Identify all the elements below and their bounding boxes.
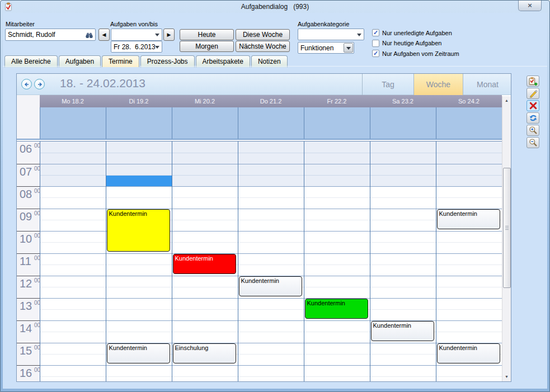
chevron-down-icon[interactable] <box>357 34 361 36</box>
aufgabenkategorie-label: Aufgabenkategorie <box>298 21 349 27</box>
mitarbeiter-label: Mitarbeiter <box>6 21 35 27</box>
next-week-button[interactable] <box>34 79 45 89</box>
mitarbeiter-value: Schmidt, Rudolf <box>8 31 55 39</box>
date-to-value: Fr 28. 6.2013 <box>114 43 156 51</box>
time-grid: 0600070008000900100011001200130014001500… <box>17 141 502 382</box>
tab-notizen[interactable]: Notizen <box>251 55 288 67</box>
funktionen-value: Funktionen <box>300 44 333 52</box>
side-toolbar <box>527 75 539 148</box>
scroll-down-icon[interactable]: ▼ <box>502 372 511 381</box>
arrow-right-icon <box>35 80 44 89</box>
heute-button[interactable]: Heute <box>180 29 234 40</box>
gutter-spacer <box>17 95 40 107</box>
edit-pencil-icon <box>529 89 538 98</box>
edit-appointment-button[interactable] <box>527 88 539 99</box>
morgen-button[interactable]: Morgen <box>180 41 234 52</box>
add-appointment-icon <box>528 77 538 86</box>
date-range-title: 18. - 24.02.2013 <box>60 77 145 90</box>
prev-week-button[interactable] <box>21 79 32 89</box>
tab-termine[interactable]: Termine <box>102 55 139 67</box>
view-monat-button[interactable]: Monat <box>463 74 511 95</box>
section-tabs: Alle Bereiche Aufgaben Termine Prozess-J… <box>4 55 289 67</box>
refresh-icon <box>529 114 538 122</box>
view-tag-button[interactable]: Tag <box>362 74 413 95</box>
mitarbeiter-input[interactable]: Schmidt, Rudolf <box>5 29 96 41</box>
diese-woche-button[interactable]: Diese Woche <box>236 29 290 40</box>
appointment[interactable]: Kundentermin <box>437 209 500 229</box>
aufgabendialog-window: Aufgabendialog (993) × Mitarbeiter Schmi… <box>0 0 550 392</box>
date-to-combobox[interactable]: Fr 28. 6.2013 <box>111 41 162 53</box>
allday-cell[interactable] <box>436 107 502 139</box>
appointment[interactable]: Kundentermin <box>437 343 500 363</box>
appointment[interactable]: Kundentermin <box>305 299 368 319</box>
scrollbar-thumb[interactable] <box>503 168 511 288</box>
tab-alle-bereiche[interactable]: Alle Bereiche <box>4 55 58 67</box>
delete-appointment-button[interactable] <box>527 100 539 111</box>
day-header-cell: Mi 20.2 <box>172 95 238 107</box>
zoom-in-button[interactable] <box>527 125 539 136</box>
day-header-cell: So 24.2 <box>436 95 502 107</box>
dropdown-button-icon[interactable] <box>344 43 353 53</box>
day-header-cell: Do 21.2 <box>238 95 304 107</box>
close-button[interactable]: × <box>518 1 542 11</box>
scroll-up-icon[interactable]: ▲ <box>502 96 511 105</box>
zoom-out-button[interactable] <box>527 137 539 148</box>
tab-aufgaben[interactable]: Aufgaben <box>59 55 101 67</box>
titlebar[interactable]: Aufgabendialog (993) × <box>1 1 549 13</box>
day-header-cell: Di 19.2 <box>106 95 172 107</box>
filter-checkbox-row[interactable]: ✓Nur Aufgaben vom Zeitraum <box>372 50 459 57</box>
appointment[interactable]: Kundentermin <box>107 343 170 363</box>
tab-prozess-jobs[interactable]: Prozess-Jobs <box>140 55 195 67</box>
checkbox-unchecked-icon[interactable] <box>372 40 379 47</box>
zoom-in-icon <box>529 126 538 135</box>
checkbox-checked-icon[interactable]: ✓ <box>372 29 379 36</box>
checkbox-label: Nur Aufgaben vom Zeitraum <box>382 50 459 57</box>
selected-time-slot[interactable] <box>106 176 172 186</box>
zoom-out-icon <box>529 138 538 147</box>
date-next-button[interactable]: ▶ <box>163 29 175 41</box>
allday-cell[interactable] <box>40 107 106 139</box>
appointment[interactable]: Kundentermin <box>239 276 302 296</box>
view-woche-button[interactable]: Woche <box>413 74 463 95</box>
refresh-button[interactable] <box>527 112 539 124</box>
chevron-down-icon[interactable] <box>155 46 159 49</box>
vertical-scrollbar[interactable]: ▲ ▼ <box>502 96 511 381</box>
appointments-overlay: KundenterminKundenterminKundenterminKund… <box>17 141 502 382</box>
chevron-down-icon[interactable] <box>155 34 159 36</box>
appointment[interactable]: Einschulung <box>173 343 236 363</box>
funktionen-combobox[interactable]: Funktionen <box>298 42 354 54</box>
allday-cell[interactable] <box>304 107 370 139</box>
filter-checkbox-row[interactable]: ✓Nur unerledigte Aufgaben <box>372 29 452 36</box>
allday-cell[interactable] <box>106 107 172 139</box>
checkbox-label: Nur unerledigte Aufgaben <box>382 30 452 36</box>
day-header-cell: Mo 18.2 <box>40 95 106 107</box>
appointment[interactable]: Kundentermin <box>107 209 170 252</box>
scrollbar-grip <box>505 226 509 230</box>
appointment[interactable]: Kundentermin <box>371 321 434 341</box>
checkbox-label: Nur heutige Aufgaben <box>382 40 441 46</box>
search-binoculars-icon[interactable] <box>85 31 93 39</box>
week-calendar: 18. - 24.02.2013 Tag Woche Monat Mo 18.2… <box>16 73 511 382</box>
day-header-cell: Fr 22.2 <box>304 95 370 107</box>
day-header-row: Mo 18.2Di 19.2Mi 20.2Do 21.2Fr 22.2Sa 23… <box>17 95 502 107</box>
allday-cell[interactable] <box>172 107 238 139</box>
filter-checkbox-row[interactable]: Nur heutige Aufgaben <box>372 40 441 47</box>
appointment[interactable]: Kundentermin <box>173 254 236 274</box>
dialog-client-area: Mitarbeiter Schmidt, Rudolf Aufgaben von… <box>3 13 547 389</box>
allday-row <box>17 107 502 140</box>
calendar-navbar: 18. - 24.02.2013 Tag Woche Monat <box>17 74 511 95</box>
naechste-woche-button[interactable]: Nächste Woche <box>236 41 290 52</box>
date-from-combobox[interactable] <box>111 29 162 41</box>
aufgaben-vonbis-label: Aufgaben von/bis <box>110 21 158 27</box>
allday-cell[interactable] <box>238 107 304 139</box>
delete-x-icon <box>529 101 538 110</box>
gutter-spacer <box>17 107 40 139</box>
day-header-cell: Sa 23.2 <box>370 95 436 107</box>
allday-cell[interactable] <box>370 107 436 139</box>
checkbox-checked-icon[interactable]: ✓ <box>372 50 379 57</box>
tab-divider <box>3 66 547 67</box>
tab-arbeitspakete[interactable]: Arbeitspakete <box>196 55 250 67</box>
date-prev-button[interactable]: ◀ <box>98 29 110 41</box>
aufgabenkategorie-combobox[interactable] <box>298 29 364 40</box>
add-appointment-button[interactable] <box>527 75 539 87</box>
